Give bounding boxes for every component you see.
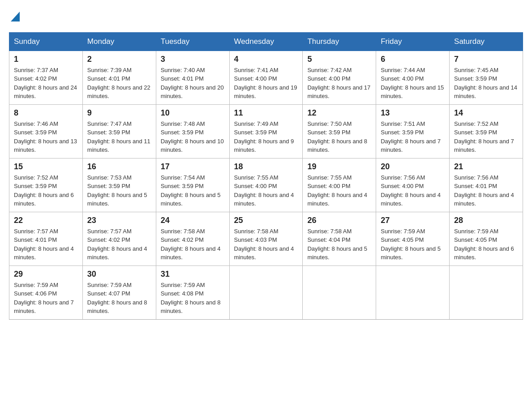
calendar-day-cell: 8Sunrise: 7:46 AMSunset: 3:59 PMDaylight… (9, 104, 83, 158)
day-number: 24 (161, 216, 225, 225)
logo-triangle-icon (11, 12, 20, 21)
day-number: 8 (14, 108, 78, 118)
calendar-week-row: 1Sunrise: 7:37 AMSunset: 4:02 PMDaylight… (9, 51, 523, 104)
calendar-day-cell: 24Sunrise: 7:58 AMSunset: 4:02 PMDayligh… (156, 212, 229, 265)
day-number: 19 (307, 162, 371, 171)
weekday-header-row: SundayMondayTuesdayWednesdayThursdayFrid… (9, 32, 523, 51)
calendar-day-cell: 13Sunrise: 7:51 AMSunset: 3:59 PMDayligh… (376, 104, 450, 158)
calendar-day-cell: 12Sunrise: 7:50 AMSunset: 3:59 PMDayligh… (303, 104, 376, 158)
day-info: Sunrise: 7:48 AMSunset: 3:59 PMDaylight:… (161, 120, 225, 154)
day-number: 26 (307, 216, 371, 225)
day-info: Sunrise: 7:53 AMSunset: 3:59 PMDaylight:… (87, 173, 151, 208)
day-number: 20 (381, 162, 445, 171)
calendar-day-cell (303, 265, 376, 319)
day-info: Sunrise: 7:59 AMSunset: 4:06 PMDaylight:… (14, 281, 78, 316)
day-info: Sunrise: 7:58 AMSunset: 4:04 PMDaylight:… (307, 227, 371, 262)
calendar-day-cell (229, 265, 303, 319)
calendar-day-cell: 9Sunrise: 7:47 AMSunset: 3:59 PMDaylight… (82, 104, 156, 158)
day-number: 16 (87, 162, 151, 171)
calendar-day-cell: 14Sunrise: 7:52 AMSunset: 3:59 PMDayligh… (450, 104, 523, 158)
day-info: Sunrise: 7:59 AMSunset: 4:08 PMDaylight:… (161, 281, 225, 316)
calendar-day-cell: 16Sunrise: 7:53 AMSunset: 3:59 PMDayligh… (82, 158, 156, 212)
day-number: 29 (14, 270, 78, 279)
day-info: Sunrise: 7:42 AMSunset: 4:00 PMDaylight:… (307, 66, 371, 101)
day-number: 2 (87, 55, 151, 64)
day-info: Sunrise: 7:45 AMSunset: 3:59 PMDaylight:… (454, 66, 518, 101)
calendar-day-cell: 31Sunrise: 7:59 AMSunset: 4:08 PMDayligh… (156, 265, 229, 319)
weekday-header-friday: Friday (376, 32, 450, 51)
day-info: Sunrise: 7:50 AMSunset: 3:59 PMDaylight:… (307, 120, 371, 154)
calendar-week-row: 15Sunrise: 7:52 AMSunset: 3:59 PMDayligh… (9, 158, 523, 212)
calendar-day-cell: 22Sunrise: 7:57 AMSunset: 4:01 PMDayligh… (9, 212, 83, 265)
day-info: Sunrise: 7:52 AMSunset: 3:59 PMDaylight:… (14, 173, 78, 208)
calendar-day-cell: 7Sunrise: 7:45 AMSunset: 3:59 PMDaylight… (450, 51, 523, 104)
day-info: Sunrise: 7:44 AMSunset: 4:00 PMDaylight:… (381, 66, 445, 101)
day-info: Sunrise: 7:59 AMSunset: 4:07 PMDaylight:… (87, 281, 151, 316)
day-info: Sunrise: 7:52 AMSunset: 3:59 PMDaylight:… (454, 120, 518, 154)
calendar-day-cell: 2Sunrise: 7:39 AMSunset: 4:01 PMDaylight… (82, 51, 156, 104)
weekday-header-wednesday: Wednesday (229, 32, 303, 51)
day-info: Sunrise: 7:57 AMSunset: 4:01 PMDaylight:… (14, 227, 78, 262)
day-info: Sunrise: 7:55 AMSunset: 4:00 PMDaylight:… (234, 173, 298, 208)
weekday-header-thursday: Thursday (303, 32, 376, 51)
calendar-day-cell: 10Sunrise: 7:48 AMSunset: 3:59 PMDayligh… (156, 104, 229, 158)
day-info: Sunrise: 7:57 AMSunset: 4:02 PMDaylight:… (87, 227, 151, 262)
calendar-body: 1Sunrise: 7:37 AMSunset: 4:02 PMDaylight… (9, 51, 523, 319)
calendar-day-cell: 30Sunrise: 7:59 AMSunset: 4:07 PMDayligh… (82, 265, 156, 319)
day-number: 7 (454, 55, 518, 64)
day-number: 4 (234, 55, 298, 64)
calendar-day-cell: 26Sunrise: 7:58 AMSunset: 4:04 PMDayligh… (303, 212, 376, 265)
day-info: Sunrise: 7:55 AMSunset: 4:00 PMDaylight:… (307, 173, 371, 208)
weekday-header-saturday: Saturday (450, 32, 523, 51)
calendar-day-cell: 15Sunrise: 7:52 AMSunset: 3:59 PMDayligh… (9, 158, 83, 212)
calendar-header: SundayMondayTuesdayWednesdayThursdayFrid… (9, 32, 523, 51)
day-info: Sunrise: 7:58 AMSunset: 4:03 PMDaylight:… (234, 227, 298, 262)
day-number: 25 (234, 216, 298, 225)
day-number: 22 (14, 216, 78, 225)
day-number: 30 (87, 270, 151, 279)
calendar-week-row: 22Sunrise: 7:57 AMSunset: 4:01 PMDayligh… (9, 212, 523, 265)
day-info: Sunrise: 7:40 AMSunset: 4:01 PMDaylight:… (161, 66, 225, 101)
day-info: Sunrise: 7:49 AMSunset: 3:59 PMDaylight:… (234, 120, 298, 154)
weekday-header-tuesday: Tuesday (156, 32, 229, 51)
day-number: 27 (381, 216, 445, 225)
day-info: Sunrise: 7:37 AMSunset: 4:02 PMDaylight:… (14, 66, 78, 101)
day-number: 12 (307, 108, 371, 118)
day-number: 31 (161, 270, 225, 279)
day-number: 13 (381, 108, 445, 118)
calendar-day-cell: 20Sunrise: 7:56 AMSunset: 4:00 PMDayligh… (376, 158, 450, 212)
calendar-day-cell: 18Sunrise: 7:55 AMSunset: 4:00 PMDayligh… (229, 158, 303, 212)
day-info: Sunrise: 7:56 AMSunset: 4:00 PMDaylight:… (381, 173, 445, 208)
calendar-day-cell: 3Sunrise: 7:40 AMSunset: 4:01 PMDaylight… (156, 51, 229, 104)
day-number: 1 (14, 55, 78, 64)
day-number: 3 (161, 55, 225, 64)
calendar-day-cell: 11Sunrise: 7:49 AMSunset: 3:59 PMDayligh… (229, 104, 303, 158)
page-header (9, 9, 523, 23)
svg-marker-0 (11, 12, 20, 21)
calendar-day-cell (376, 265, 450, 319)
weekday-header-sunday: Sunday (9, 32, 83, 51)
day-info: Sunrise: 7:39 AMSunset: 4:01 PMDaylight:… (87, 66, 151, 101)
calendar-day-cell: 6Sunrise: 7:44 AMSunset: 4:00 PMDaylight… (376, 51, 450, 104)
calendar-day-cell: 4Sunrise: 7:41 AMSunset: 4:00 PMDaylight… (229, 51, 303, 104)
day-number: 5 (307, 55, 371, 64)
day-number: 11 (234, 108, 298, 118)
calendar-day-cell: 29Sunrise: 7:59 AMSunset: 4:06 PMDayligh… (9, 265, 83, 319)
calendar-day-cell (450, 265, 523, 319)
day-number: 28 (454, 216, 518, 225)
calendar-day-cell: 27Sunrise: 7:59 AMSunset: 4:05 PMDayligh… (376, 212, 450, 265)
calendar-day-cell: 21Sunrise: 7:56 AMSunset: 4:01 PMDayligh… (450, 158, 523, 212)
calendar-day-cell: 5Sunrise: 7:42 AMSunset: 4:00 PMDaylight… (303, 51, 376, 104)
calendar-table: SundayMondayTuesdayWednesdayThursdayFrid… (9, 32, 523, 320)
day-info: Sunrise: 7:54 AMSunset: 3:59 PMDaylight:… (161, 173, 225, 208)
calendar-day-cell: 23Sunrise: 7:57 AMSunset: 4:02 PMDayligh… (82, 212, 156, 265)
calendar-day-cell: 28Sunrise: 7:59 AMSunset: 4:05 PMDayligh… (450, 212, 523, 265)
calendar-week-row: 29Sunrise: 7:59 AMSunset: 4:06 PMDayligh… (9, 265, 523, 319)
logo (9, 9, 20, 23)
day-number: 15 (14, 162, 78, 171)
day-number: 23 (87, 216, 151, 225)
day-number: 10 (161, 108, 225, 118)
day-info: Sunrise: 7:46 AMSunset: 3:59 PMDaylight:… (14, 120, 78, 154)
calendar-day-cell: 17Sunrise: 7:54 AMSunset: 3:59 PMDayligh… (156, 158, 229, 212)
calendar-day-cell: 19Sunrise: 7:55 AMSunset: 4:00 PMDayligh… (303, 158, 376, 212)
